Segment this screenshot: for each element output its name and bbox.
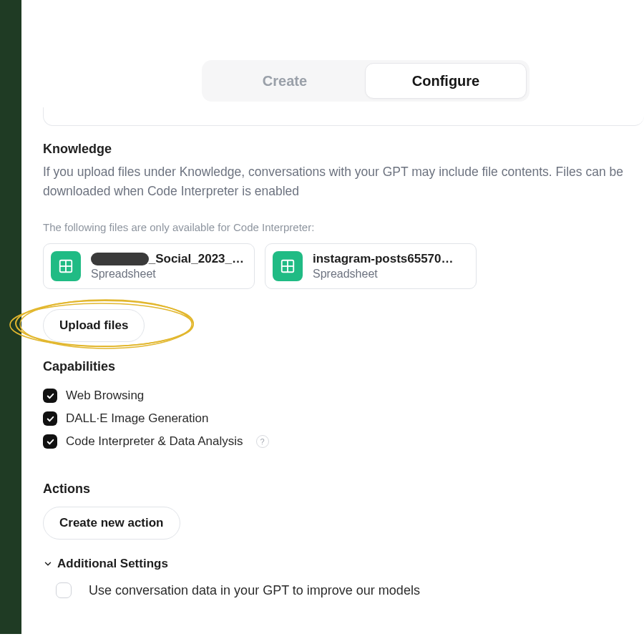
file-meta: instagram-posts65570… Spreadsheet [313,252,466,280]
upload-area: Upload files [43,309,637,359]
file-type: Spreadsheet [91,268,244,280]
content-area: Knowledge If you upload files under Know… [43,142,637,598]
knowledge-description: If you upload files under Knowledge, con… [43,162,637,201]
checkbox-checked[interactable] [43,434,57,449]
additional-option-label: Use conversation data in your GPT to imp… [89,583,420,598]
capability-item: Web Browsing [43,384,637,407]
section-card-border [43,107,644,126]
file-meta: _Social_2023_… Spreadsheet [91,252,244,280]
capability-item: DALL·E Image Generation [43,407,637,430]
additional-option-row: Use conversation data in your GPT to imp… [56,582,637,598]
checkbox-checked[interactable] [43,411,57,426]
actions-heading: Actions [43,482,637,497]
upload-files-button[interactable]: Upload files [43,309,145,342]
file-type: Spreadsheet [313,268,466,280]
capability-item: Code Interpreter & Data Analysis ? [43,430,637,453]
capability-label: Code Interpreter & Data Analysis [66,434,243,449]
actions-row: Create new action [43,507,637,540]
knowledge-files: _Social_2023_… Spreadsheet instagram-pos… [43,243,637,289]
additional-settings-heading: Additional Settings [57,557,168,571]
checkbox-unchecked[interactable] [56,582,72,598]
spacer [43,453,637,482]
spreadsheet-icon [273,251,303,281]
file-card[interactable]: _Social_2023_… Spreadsheet [43,243,255,289]
create-new-action-button[interactable]: Create new action [43,507,180,540]
mode-tabs: Create Configure [202,60,530,102]
file-name-suffix: _Social_2023_… [149,252,244,266]
additional-settings-toggle[interactable]: Additional Settings [43,557,637,571]
capabilities-list: Web Browsing DALL·E Image Generation Cod… [43,384,637,453]
knowledge-heading: Knowledge [43,142,637,157]
knowledge-code-only-note: The following files are only available f… [43,221,637,233]
capability-label: DALL·E Image Generation [66,411,208,426]
file-name: instagram-posts65570… [313,252,466,266]
capabilities-heading: Capabilities [43,359,637,374]
help-icon[interactable]: ? [256,435,269,448]
spreadsheet-icon [51,251,81,281]
checkbox-checked[interactable] [43,389,57,403]
file-card[interactable]: instagram-posts65570… Spreadsheet [265,243,477,289]
tab-create[interactable]: Create [205,63,365,99]
configure-page: Create Configure Knowledge If you upload… [21,0,644,644]
file-name: _Social_2023_… [91,252,244,266]
left-rail [0,0,21,634]
redacted-text [91,253,149,265]
chevron-down-icon [43,559,53,569]
capability-label: Web Browsing [66,389,144,403]
tab-configure[interactable]: Configure [365,63,527,99]
